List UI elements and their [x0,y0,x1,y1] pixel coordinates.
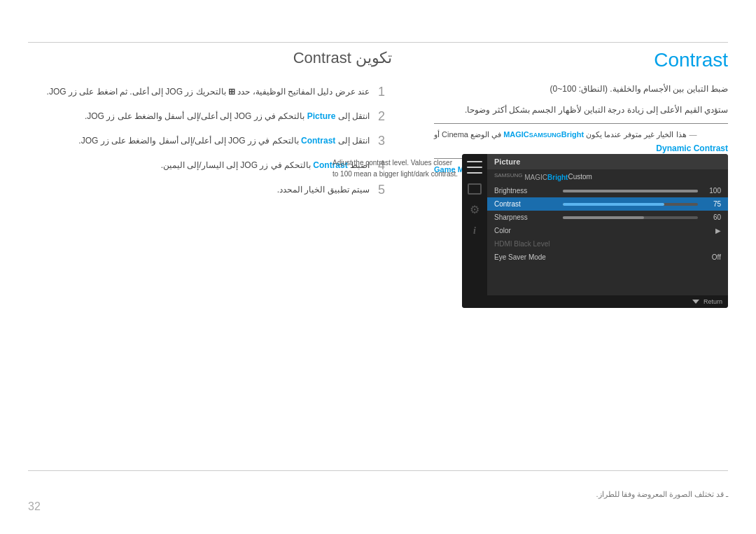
side-description: Adjust the contrast level. Values closer… [332,157,458,180]
sharpness-bar [563,216,698,219]
bottom-note: ـ قد تختلف الصورة المعروضة وفقا للطراز. [28,490,728,499]
step-text-5: سيتم تطبيق الخيار المحدد. [28,183,370,197]
step-1: 1 عند عرض دليل المفاتيح الوظيفية، حدد ⊞ … [28,85,392,99]
bottom-divider [28,470,728,471]
page-title-arabic: تكوين Contrast [28,49,392,67]
divider-1 [434,123,728,124]
menu-footer: Return [487,295,728,308]
description-line1: ضبط التباين بين الأجسام والخلفية. (النطا… [434,82,728,97]
page-number: 32 [28,500,41,513]
menu-row-brightness[interactable]: Brightness 100 [487,184,728,197]
step-text-2: انتقل إلى Picture بالتحكم في زر JOG إلى … [28,109,370,123]
left-column: تكوين Contrast 1 عند عرض دليل المفاتيح ا… [28,49,392,207]
menu-row-magicbright[interactable]: SAMSUNG MAGICBright Custom [487,169,728,184]
menu-row-color[interactable]: Color ▶ [487,224,728,237]
steps-list: 1 عند عرض دليل المفاتيح الوظيفية، حدد ⊞ … [28,85,392,197]
sharpness-fill [563,216,644,219]
gear-icon[interactable]: ⚙ [470,204,479,216]
menu-row-contrast[interactable]: Contrast 75 [487,197,728,211]
footer-return: Return [704,298,722,305]
menu-content: Picture SAMSUNG MAGICBright Custom Brigh… [487,154,728,308]
top-divider [28,42,728,43]
step-number-2: 2 [378,109,392,124]
magicbright-label: SAMSUNG MAGICBright [494,172,568,181]
eyesaver-value: Off [704,253,721,261]
contrast-fill [563,203,664,206]
menu-row-hdmi: HDMI Black Level [487,237,728,251]
contrast-bar [563,203,698,206]
side-description-text: Adjust the contrast level. Values closer… [332,159,458,178]
step-number-3: 3 [378,134,392,148]
description-line2: ستؤدي القيم الأعلى إلى زيادة درجة التباي… [434,103,728,118]
contrast-value: 75 [704,200,721,208]
color-label: Color [494,227,557,234]
sharpness-label: Sharpness [494,213,557,221]
step-number-5: 5 [378,183,392,197]
step-number-1: 1 [378,85,392,99]
step-5: 5 سيتم تطبيق الخيار المحدد. [28,183,392,197]
menu-header: Picture [487,154,728,169]
note-cinema: — هذا الخيار غير متوفر عندما يكون MAGICS… [434,128,728,141]
bottom-note-text: ـ قد تختلف الصورة المعروضة وفقا للطراز. [596,490,728,498]
brightness-fill [563,190,698,192]
contrast-label: Contrast [494,200,557,208]
section-title: Contrast [434,49,728,71]
picture-icon[interactable] [467,161,482,174]
monitor-panel: ⚙ i Picture SAMSUNG MAGICBright Custom B… [462,154,728,308]
step-text-1: عند عرض دليل المفاتيح الوظيفية، حدد ⊞ با… [28,85,370,99]
menu-row-eyesaver[interactable]: Eye Saver Mode Off [487,251,728,264]
footer-triangle [692,300,699,304]
brightness-label: Brightness [494,187,557,195]
hdmi-label: HDMI Black Level [494,240,557,248]
step-3: 3 انتقل إلى Contrast بالتحكم في زر JOG إ… [28,134,392,148]
info-icon[interactable]: i [473,225,476,237]
magicbright-value: Custom [568,173,592,181]
sharpness-value: 60 [704,213,721,221]
color-arrow: ▶ [715,227,721,234]
step-text-3: انتقل إلى Contrast بالتحكم في زر JOG إلى… [28,134,370,148]
menu-rows: SAMSUNG MAGICBright Custom Brightness 10… [487,169,728,295]
note-cinema-text: هذا الخيار غير متوفر عندما يكون MAGICSAM… [434,128,687,141]
step-text-4: اضبط Contrast بالتحكم في زر JOG إلى اليس… [28,158,370,172]
dynamic-contrast-label: Dynamic Contrast [656,143,728,153]
step-2: 2 انتقل إلى Picture بالتحكم في زر JOG إل… [28,109,392,124]
brightness-value: 100 [704,187,721,195]
menu-row-sharpness[interactable]: Sharpness 60 [487,211,728,224]
menu-icons: ⚙ i [462,154,487,308]
brightness-bar [563,190,698,192]
display-icon[interactable] [468,183,482,195]
eyesaver-label: Eye Saver Mode [494,253,557,261]
